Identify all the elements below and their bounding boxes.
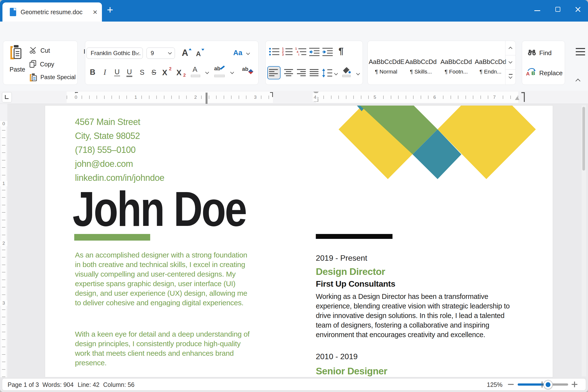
paste-special-button[interactable]: Paste Special [30, 73, 79, 82]
copy-icon [29, 60, 36, 68]
font-size-select[interactable]: 9 [146, 48, 175, 59]
new-tab-button[interactable]: + [104, 4, 116, 17]
bold-button[interactable]: B [87, 66, 98, 78]
align-center-icon [284, 69, 294, 77]
copy-button[interactable]: Copy [29, 60, 78, 68]
margin-mark [524, 92, 525, 102]
style-preview: AaBbCcDd [439, 58, 474, 66]
maximize-button[interactable] [552, 7, 564, 15]
highlight-color-swatch [214, 75, 225, 77]
font-color-button[interactable]: A [190, 66, 202, 79]
tab-selector[interactable] [2, 92, 12, 102]
style-label: ¶ Footn... [439, 68, 474, 75]
document-page[interactable]: 4567 Main Street City, State 98052 (718)… [45, 105, 553, 377]
document-icon [10, 8, 16, 16]
eraser-icon [248, 69, 253, 74]
replace-icon: A B [526, 68, 537, 78]
horizontal-ruler[interactable]: 0 1 2 3 4 5 6 7 [0, 91, 588, 104]
align-center-button[interactable] [284, 69, 294, 77]
tab-stop-icon [5, 95, 8, 99]
font-color-dropdown-icon[interactable] [205, 70, 209, 74]
tab-close-icon[interactable]: × [91, 8, 99, 16]
superscript-button[interactable]: X 2 [161, 66, 174, 78]
shading-dropdown-icon[interactable] [356, 72, 360, 76]
styles-scroll-up-button[interactable] [506, 41, 516, 55]
clear-formatting-button[interactable]: ab [242, 66, 255, 78]
vertical-scrollbar[interactable] [582, 105, 586, 376]
zoom-out-button[interactable] [506, 380, 515, 389]
font-family-value: Franklin Gothic B... [91, 50, 141, 56]
indent-marker[interactable] [206, 92, 208, 104]
increase-indent-button[interactable] [322, 47, 333, 56]
ruler-number: 1 [133, 93, 138, 102]
shading-bucket-icon [341, 67, 352, 78]
numbered-list-button[interactable]: 1 2 3 [282, 47, 293, 56]
style-preview: AaBbCcDd [473, 58, 508, 66]
style-skills[interactable]: AaBbCcDd ¶ Skills... [404, 46, 438, 80]
margin-mark [272, 92, 273, 97]
shading-button[interactable] [341, 67, 352, 78]
svg-text:i: i [298, 53, 299, 56]
underline-button[interactable]: U [112, 66, 122, 78]
zoom-in-button[interactable] [570, 380, 579, 389]
style-normal[interactable]: AaBbCcDdE ¶ Normal [369, 46, 404, 80]
styles-scroll-strip [505, 41, 516, 84]
close-button[interactable] [572, 7, 584, 15]
italic-button[interactable]: I [100, 66, 110, 78]
ruler-number: 1 [0, 181, 7, 186]
status-page[interactable]: Page 1 of 3 [8, 381, 39, 388]
contact-address: 4567 Main Street [75, 115, 164, 129]
highlight-button[interactable]: ab [214, 65, 227, 79]
cut-button[interactable]: Cut [30, 47, 79, 55]
right-indent-marker[interactable] [515, 96, 520, 100]
zoom-slider-thumb[interactable] [544, 380, 553, 389]
bullet-list-button[interactable] [268, 47, 280, 56]
ruler-number: 3 [0, 300, 7, 306]
styles-scroll-down-button[interactable] [506, 55, 516, 69]
shrink-font-button[interactable]: A [195, 48, 206, 59]
contact-info: 4567 Main Street City, State 98052 (718)… [75, 115, 164, 185]
pilcrow-button[interactable]: ¶ [336, 45, 346, 58]
style-preview: AaBbCcDdE [369, 58, 404, 66]
find-binoculars-icon [528, 49, 536, 56]
vertical-ruler[interactable]: 0 1 2 3 [0, 104, 7, 392]
scrollbar-thumb[interactable] [582, 107, 585, 170]
align-right-button[interactable] [297, 69, 307, 77]
document-tab[interactable]: Geometric resume.doc × [2, 2, 102, 22]
ruler-number: 7 [492, 93, 497, 102]
styles-more-button[interactable] [506, 69, 516, 84]
align-left-button[interactable] [267, 66, 280, 80]
collapse-ribbon-button[interactable] [572, 76, 584, 85]
find-button[interactable]: Find [528, 49, 562, 58]
align-left-icon [269, 69, 279, 77]
minimize-button[interactable] [532, 7, 543, 15]
justify-button[interactable] [310, 69, 320, 77]
font-color-swatch [191, 75, 200, 77]
style-footnote[interactable]: AaBbCcDd ¶ Footn... [439, 46, 474, 80]
numbered-list-icon: 1 2 3 [282, 47, 293, 56]
change-case-button[interactable]: Aa [232, 47, 251, 59]
status-words[interactable]: Words: 904 [42, 381, 74, 388]
style-endnote[interactable]: AaBbCcDd ¶ Endn... [473, 46, 508, 80]
paste-button[interactable]: Paste [10, 45, 25, 72]
double-underline-button[interactable]: U [124, 66, 135, 78]
double-strikethrough-button[interactable]: S [148, 66, 159, 78]
strikethrough-button[interactable]: S [137, 66, 148, 78]
grow-font-button[interactable]: A [181, 46, 192, 59]
status-bar: Page 1 of 3 Words: 904 Line: 42 Column: … [2, 378, 586, 390]
line-spacing-button[interactable] [322, 68, 333, 78]
title-bar: Geometric resume.doc × + [0, 0, 588, 22]
bullet-list-icon [268, 47, 280, 56]
chevron-down-icon [168, 51, 172, 55]
subscript-button[interactable]: X 2 [176, 66, 188, 78]
highlight-dropdown-icon[interactable] [230, 70, 234, 74]
contact-phone: (718) 555–0100 [75, 143, 164, 157]
replace-button[interactable]: A B Replace [526, 68, 564, 79]
margin-mark [75, 92, 78, 93]
font-family-select[interactable]: Franklin Gothic B... [86, 48, 143, 59]
line-spacing-dropdown-icon[interactable] [334, 72, 338, 76]
paste-special-icon [30, 73, 37, 82]
decrease-indent-icon [309, 47, 320, 56]
decrease-indent-button[interactable] [309, 47, 320, 56]
multilevel-list-button[interactable]: 1 a i [295, 47, 307, 56]
